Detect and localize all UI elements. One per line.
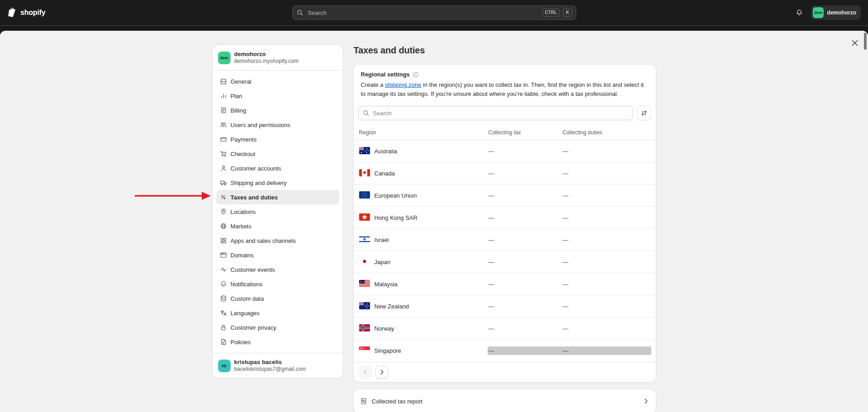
global-search[interactable]: CTRL K <box>292 5 576 20</box>
table-row-european-union[interactable]: European Union—— <box>354 185 656 207</box>
sidebar-item-label: Apps and sales channels <box>231 237 296 244</box>
shipping-zone-link[interactable]: shipping zone <box>385 81 421 88</box>
sidebar-item-users-and-permissions[interactable]: Users and permissions <box>216 118 339 132</box>
sidebar-item-custom-data[interactable]: Custom data <box>216 291 339 306</box>
store-avatar: dem <box>218 52 231 64</box>
next-page-button[interactable] <box>375 366 388 379</box>
scrollbar-thumb[interactable] <box>864 33 867 50</box>
settings-sidebar: dem demohorzo demohorzo.myshopify.com Ge… <box>213 45 343 378</box>
sidebar-item-label: Payments <box>231 136 257 143</box>
brand-wordmark: shopify <box>20 9 46 17</box>
sidebar-item-general[interactable]: General <box>216 74 339 89</box>
checkout-icon <box>220 150 227 157</box>
collecting-tax-value: — <box>489 148 563 155</box>
sort-icon <box>640 109 648 117</box>
table-row-canada[interactable]: Canada—— <box>354 162 656 185</box>
flag-au-icon <box>359 147 370 156</box>
policy-icon <box>220 338 227 346</box>
collecting-tax-value: — <box>489 259 563 265</box>
flag-ca-icon <box>359 169 370 178</box>
sidebar-item-domains[interactable]: Domains <box>216 248 339 262</box>
sidebar-item-notifications[interactable]: Notifications <box>216 277 339 291</box>
search-icon <box>296 9 304 16</box>
users-icon <box>220 121 227 128</box>
collecting-duties-value: — <box>563 148 650 155</box>
chevron-right-icon <box>378 369 385 376</box>
sidebar-item-label: Shipping and delivery <box>231 180 287 186</box>
user-footer[interactable]: kb kristupas bacelis baceliskristupas7@g… <box>213 353 343 378</box>
sidebar-item-apps-and-sales-channels[interactable]: Apps and sales channels <box>216 233 339 248</box>
sidebar-item-payments[interactable]: Payments <box>216 132 339 147</box>
sidebar-item-checkout[interactable]: Checkout <box>216 147 339 161</box>
plan-icon <box>220 92 227 99</box>
regional-settings-card: Regional settings Create a shipping zone… <box>354 65 656 382</box>
sidebar-item-label: Domains <box>231 252 254 259</box>
section-description: Create a shipping zone in the region(s) … <box>361 81 649 99</box>
table-row-japan[interactable]: Japan—— <box>354 251 656 273</box>
table-row-new-zealand[interactable]: New Zealand—— <box>354 295 656 317</box>
flag-jp-icon <box>359 258 370 266</box>
sidebar-item-label: Languages <box>231 310 260 317</box>
report-label: Collected tax report <box>372 398 423 405</box>
billing-icon <box>220 107 227 114</box>
region-name: European Union <box>375 192 417 199</box>
close-button[interactable] <box>848 36 862 50</box>
sidebar-item-label: Custom data <box>231 295 264 302</box>
notifications-button[interactable] <box>792 5 806 20</box>
collecting-duties-value: — <box>563 325 650 332</box>
flag-eu-icon <box>359 191 370 200</box>
column-region: Region <box>359 129 489 136</box>
domain-icon <box>220 251 227 259</box>
collected-tax-report-link[interactable]: Collected tax report <box>354 389 656 412</box>
sidebar-item-label: Customer accounts <box>231 165 281 172</box>
chevron-left-icon <box>362 369 369 376</box>
sidebar-item-taxes-and-duties[interactable]: Taxes and duties <box>216 190 339 204</box>
info-icon[interactable] <box>413 71 419 78</box>
table-row-singapore[interactable]: Singapore—— <box>354 340 656 362</box>
sidebar-item-label: Policies <box>231 339 251 346</box>
sidebar-item-label: Plan <box>231 93 242 99</box>
flag-il-icon <box>359 236 370 244</box>
database-icon <box>220 295 227 302</box>
pagination <box>354 362 656 382</box>
sidebar-item-billing[interactable]: Billing <box>216 103 339 118</box>
sidebar-item-customer-privacy[interactable]: Customer privacy <box>216 320 339 335</box>
store-domain: demohorzo.myshopify.com <box>234 58 299 65</box>
table-row-israel[interactable]: Israel—— <box>354 229 656 251</box>
sidebar-item-plan[interactable]: Plan <box>216 89 339 103</box>
collecting-tax-value: — <box>489 281 563 288</box>
sidebar-item-label: Checkout <box>231 151 256 157</box>
receipt-percent-icon <box>360 398 367 405</box>
close-icon <box>851 39 859 47</box>
column-collecting-duties: Collecting duties <box>563 129 650 136</box>
sidebar-item-policies[interactable]: Policies <box>216 335 339 349</box>
table-row-malaysia[interactable]: Malaysia—— <box>354 273 656 295</box>
sidebar-item-customer-events[interactable]: Customer events <box>216 262 339 277</box>
sidebar-item-locations[interactable]: Locations <box>216 204 339 219</box>
shopify-logo: shopify <box>7 7 46 18</box>
collecting-duties-value: — <box>563 347 650 354</box>
table-row-hong-kong-sar[interactable]: Hong Kong SAR—— <box>354 207 656 229</box>
global-search-input[interactable] <box>307 9 539 17</box>
previous-page-button[interactable] <box>359 366 372 379</box>
collecting-tax-value: — <box>489 170 563 177</box>
sidebar-item-label: Taxes and duties <box>231 194 278 201</box>
sidebar-item-languages[interactable]: Languages <box>216 306 339 320</box>
sidebar-item-shipping-and-delivery[interactable]: Shipping and delivery <box>216 175 339 190</box>
sidebar-item-markets[interactable]: Markets <box>216 219 339 233</box>
region-search-input[interactable] <box>372 109 629 117</box>
collecting-duties-value: — <box>563 170 650 177</box>
table-row-australia[interactable]: Australia—— <box>354 140 656 162</box>
account-menu[interactable]: dem demohorzo <box>811 5 861 20</box>
sort-button[interactable] <box>637 106 651 120</box>
region-name: Canada <box>375 170 395 177</box>
sidebar-item-customer-accounts[interactable]: Customer accounts <box>216 161 339 175</box>
region-search[interactable] <box>358 106 633 120</box>
apps-icon <box>220 237 227 244</box>
collecting-tax-value: — <box>489 192 563 199</box>
region-name: Malaysia <box>375 281 398 288</box>
table-row-norway[interactable]: Norway—— <box>354 317 656 340</box>
sidebar-item-label: General <box>231 78 251 85</box>
bell-icon <box>796 9 803 16</box>
payments-icon <box>220 136 227 143</box>
